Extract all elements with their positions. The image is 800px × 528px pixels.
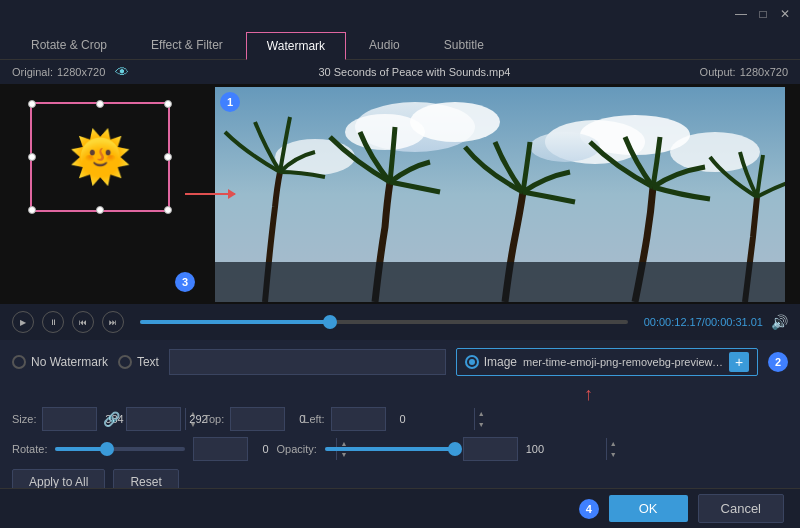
opacity-spinner[interactable]: ▲ ▼ bbox=[463, 437, 518, 461]
watermark-emoji: 🌞 bbox=[69, 128, 131, 186]
volume-icon[interactable]: 🔊 bbox=[771, 314, 788, 330]
opacity-up[interactable]: ▲ bbox=[607, 438, 620, 449]
no-watermark-option[interactable]: No Watermark bbox=[12, 355, 108, 369]
time-display: 00:00:12.17/00:00:31.01 bbox=[644, 316, 763, 328]
original-size: 1280x720 bbox=[57, 66, 105, 78]
tab-rotate-crop[interactable]: Rotate & Crop bbox=[10, 31, 128, 59]
cancel-button[interactable]: Cancel bbox=[698, 494, 784, 523]
left-value[interactable] bbox=[332, 413, 474, 425]
rotate-opacity-row: Rotate: ▲ ▼ Opacity: ▲ ▼ bbox=[12, 437, 788, 461]
left-up[interactable]: ▲ bbox=[475, 408, 488, 419]
svg-point-7 bbox=[275, 139, 355, 175]
eye-icon[interactable]: 👁 bbox=[115, 64, 129, 80]
top-spinner[interactable]: ▲ ▼ bbox=[230, 407, 285, 431]
image-option-row: Image mer-time-emoji-png-removebg-previe… bbox=[456, 348, 758, 376]
badge-3: 3 bbox=[175, 272, 195, 292]
close-button[interactable]: ✕ bbox=[778, 7, 792, 21]
left-arrows[interactable]: ▲ ▼ bbox=[474, 408, 488, 430]
size-params-row: Size: ▲ ▼ 🔗 ▲ ▼ Top: ▲ ▼ Left: bbox=[12, 407, 788, 431]
handle-top-mid[interactable] bbox=[96, 100, 104, 108]
watermark-text-input[interactable] bbox=[169, 349, 446, 375]
prev-frame-button[interactable]: ⏮ bbox=[72, 311, 94, 333]
rotate-thumb[interactable] bbox=[100, 442, 114, 456]
no-watermark-radio[interactable] bbox=[12, 355, 26, 369]
text-radio[interactable] bbox=[118, 355, 132, 369]
height-spinner[interactable]: ▲ ▼ bbox=[126, 407, 181, 431]
rotate-slider[interactable] bbox=[55, 447, 185, 451]
play-button[interactable]: ▶ bbox=[12, 311, 34, 333]
tab-bar: Rotate & Crop Effect & Filter Watermark … bbox=[0, 28, 800, 60]
watermark-selection-box[interactable]: 🌞 bbox=[30, 102, 170, 212]
left-down[interactable]: ▼ bbox=[475, 419, 488, 430]
link-icon[interactable]: 🔗 bbox=[103, 411, 120, 427]
next-frame-button[interactable]: ⏭ bbox=[102, 311, 124, 333]
progress-thumb[interactable] bbox=[323, 315, 337, 329]
footer: 4 OK Cancel bbox=[0, 488, 800, 528]
opacity-down[interactable]: ▼ bbox=[607, 449, 620, 460]
handle-left-mid[interactable] bbox=[28, 153, 36, 161]
progress-bar[interactable] bbox=[140, 320, 628, 324]
video-frame: 1 bbox=[215, 87, 785, 302]
rotate-label: Rotate: bbox=[12, 443, 47, 455]
rotate-spinner[interactable]: ▲ ▼ bbox=[193, 437, 248, 461]
handle-bottom-left[interactable] bbox=[28, 206, 36, 214]
add-image-button[interactable]: + bbox=[729, 352, 749, 372]
svg-rect-9 bbox=[215, 262, 785, 302]
image-option[interactable]: Image bbox=[465, 355, 517, 369]
handle-top-right[interactable] bbox=[164, 100, 172, 108]
playback-bar: ▶ ⏸ ⏮ ⏭ 00:00:12.17/00:00:31.01 🔊 bbox=[0, 304, 800, 340]
maximize-button[interactable]: □ bbox=[756, 7, 770, 21]
badge-2: 2 bbox=[768, 352, 788, 372]
image-label: Image bbox=[484, 355, 517, 369]
original-label: Original: bbox=[12, 66, 53, 78]
opacity-value[interactable] bbox=[464, 443, 606, 455]
top-label: Top: bbox=[203, 413, 224, 425]
opacity-slider[interactable] bbox=[325, 447, 455, 451]
tab-watermark[interactable]: Watermark bbox=[246, 32, 346, 60]
handle-bottom-mid[interactable] bbox=[96, 206, 104, 214]
tab-effect-filter[interactable]: Effect & Filter bbox=[130, 31, 244, 59]
width-spinner[interactable]: ▲ ▼ bbox=[42, 407, 97, 431]
left-spinner[interactable]: ▲ ▼ bbox=[331, 407, 386, 431]
handle-bottom-right[interactable] bbox=[164, 206, 172, 214]
opacity-fill bbox=[325, 447, 455, 451]
opacity-label: Opacity: bbox=[276, 443, 316, 455]
output-size: 1280x720 bbox=[740, 66, 788, 78]
controls-area: No Watermark Text Image mer-time-emoji-p… bbox=[0, 340, 800, 503]
tab-subtitle[interactable]: Subtitle bbox=[423, 31, 505, 59]
opacity-thumb[interactable] bbox=[448, 442, 462, 456]
red-arrow-icon: ↑ bbox=[584, 384, 593, 405]
text-label: Text bbox=[137, 355, 159, 369]
preview-area: 3 🌞 1 bbox=[0, 84, 800, 304]
size-label: Size: bbox=[12, 413, 36, 425]
progress-fill bbox=[140, 320, 330, 324]
watermark-type-row: No Watermark Text Image mer-time-emoji-p… bbox=[12, 348, 788, 376]
output-label: Output: bbox=[700, 66, 736, 78]
svg-point-6 bbox=[530, 132, 600, 162]
badge-4: 4 bbox=[579, 499, 599, 519]
svg-point-3 bbox=[345, 114, 425, 150]
info-bar: Original: 1280x720 👁 30 Seconds of Peace… bbox=[0, 60, 800, 84]
image-radio[interactable] bbox=[465, 355, 479, 369]
handle-right-mid[interactable] bbox=[164, 153, 172, 161]
left-label: Left: bbox=[303, 413, 324, 425]
minimize-button[interactable]: — bbox=[734, 7, 748, 21]
ok-button[interactable]: OK bbox=[609, 495, 688, 522]
text-option[interactable]: Text bbox=[118, 355, 159, 369]
title-bar: — □ ✕ bbox=[0, 0, 800, 28]
handle-top-left[interactable] bbox=[28, 100, 36, 108]
no-watermark-label: No Watermark bbox=[31, 355, 108, 369]
filename-label: 30 Seconds of Peace with Sounds.mp4 bbox=[129, 66, 699, 78]
tab-audio[interactable]: Audio bbox=[348, 31, 421, 59]
image-filename: mer-time-emoji-png-removebg-preview.png bbox=[523, 356, 723, 368]
opacity-arrows[interactable]: ▲ ▼ bbox=[606, 438, 620, 460]
badge-1: 1 bbox=[220, 92, 240, 112]
pause-button[interactable]: ⏸ bbox=[42, 311, 64, 333]
